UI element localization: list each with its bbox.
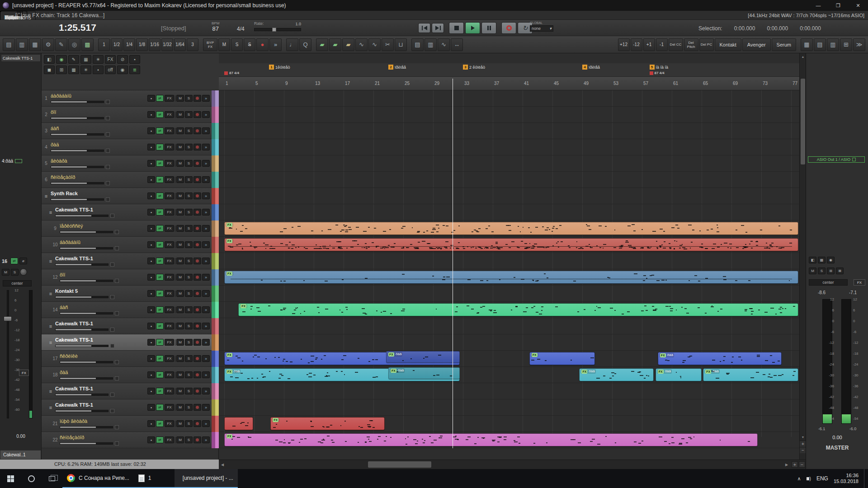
spectral-view-icon[interactable]: ▦ — [80, 55, 91, 64]
start-button[interactable] — [0, 469, 21, 488]
track-volume-slider[interactable] — [51, 133, 104, 136]
fx-button[interactable]: FX — [165, 306, 174, 313]
solo-button[interactable]: S — [185, 323, 193, 329]
solo-button[interactable]: S — [185, 258, 193, 264]
strip-mute-button[interactable]: M — [2, 269, 9, 276]
solo-button[interactable]: S — [185, 355, 193, 362]
monitor-button[interactable]: » — [202, 306, 210, 313]
env-button[interactable]: ● — [147, 436, 155, 443]
track-pan-knob[interactable] — [106, 149, 110, 153]
solo-button[interactable]: S — [185, 111, 193, 118]
io-button[interactable]: ⇄ — [156, 420, 164, 427]
visibility-icon[interactable]: ◉ — [56, 55, 67, 64]
track-volume-slider[interactable] — [55, 394, 108, 396]
master-output-route[interactable]: ASIO Out 1 / ASIO — [808, 156, 865, 163]
stop-button[interactable] — [449, 22, 464, 34]
monitor-button[interactable]: » — [202, 160, 210, 167]
track-pan-knob[interactable] — [115, 230, 119, 234]
fx-chip[interactable]: FX — [391, 369, 396, 373]
folder-grip-icon[interactable]: ≡ — [46, 389, 55, 394]
media-item-track10-1[interactable]: FX — [224, 238, 798, 251]
mute-button[interactable]: M — [176, 209, 184, 216]
taskbar-app-reaper[interactable]: [unsaved project] - ... — [175, 469, 238, 488]
edit-cursor[interactable] — [453, 79, 453, 448]
io-button[interactable]: ⇄ — [156, 176, 164, 183]
strip-solo-button[interactable]: S — [11, 269, 19, 276]
track-name[interactable]: áàñ — [60, 305, 146, 310]
pin-icon[interactable]: ▪ — [129, 55, 140, 64]
fx-button[interactable]: FX — [165, 176, 174, 183]
del-pitch-button[interactable]: Del Pitch — [684, 38, 698, 51]
horizontal-scrollbar-thumb[interactable] — [368, 461, 431, 468]
monitor-button[interactable]: » — [202, 290, 210, 297]
io-button[interactable]: ⇄ — [156, 258, 164, 264]
solo-button[interactable]: S — [185, 371, 193, 378]
track-row-4[interactable]: 4ðàä●⇄FXMS» — [42, 139, 219, 155]
monitor-button[interactable]: » — [202, 111, 210, 118]
media-item-track12-2[interactable]: FX — [224, 271, 798, 284]
track-row-6[interactable]: 6ñèíòåçàòîð●⇄FXMS» — [42, 172, 219, 188]
pencil-icon[interactable]: ✎ — [68, 55, 79, 64]
media-bay-icon[interactable]: ▩ — [81, 38, 94, 51]
media-item-track17-5[interactable]: FXðàä — [386, 351, 460, 363]
io-button[interactable]: ⇄ — [156, 241, 164, 248]
monitor-button[interactable]: » — [202, 323, 210, 329]
env-button[interactable]: ● — [147, 225, 155, 232]
monitor-button[interactable]: » — [202, 274, 210, 281]
io-button[interactable]: ⇄ — [156, 339, 164, 346]
razor-icon[interactable]: ✂ — [382, 38, 394, 51]
mute-button[interactable]: M — [218, 38, 230, 51]
solo-button[interactable]: S — [185, 274, 193, 281]
kontakt-button[interactable]: Kontakt — [715, 38, 741, 51]
track-row-1[interactable]: 1áàðàáàíû●⇄FXMS» — [42, 90, 219, 107]
folder-grip-icon[interactable]: ≡ — [46, 258, 55, 264]
track-volume-slider[interactable] — [60, 280, 113, 282]
track-row-10[interactable]: 10áàðàáàíû●⇄FXMS» — [42, 237, 219, 253]
arrange-horizontal-scrollbar[interactable]: ◀ ▶ + − — [219, 460, 806, 469]
fx-button[interactable]: FX — [165, 111, 174, 118]
track-row-8[interactable]: ≡Cakewalk TTS-1●⇄FXMS» — [42, 204, 219, 221]
docker-tab-cakewalk-tts1[interactable]: Cakewalk TTS-1 — [1, 54, 41, 62]
master-stereo-icon[interactable]: ⊠ — [836, 267, 844, 274]
track-row-14[interactable]: 14áàñ●⇄FXMS» — [42, 302, 219, 318]
taskbar-app-notepad[interactable]: 1 — [134, 469, 175, 488]
scroll-right-icon[interactable]: ▶ — [783, 460, 790, 469]
mute-button[interactable]: M — [176, 111, 184, 118]
quantize-icon[interactable]: Q — [299, 38, 311, 51]
record-arm-button[interactable] — [193, 144, 201, 150]
grid-1-2-button[interactable]: 1/2 — [111, 38, 123, 51]
track-pan-knob[interactable] — [115, 441, 119, 446]
env-button[interactable]: ● — [147, 209, 155, 216]
volume-icon[interactable]: ) — [807, 476, 811, 481]
env-button[interactable]: ● — [147, 111, 155, 118]
mute-button[interactable]: M — [176, 274, 184, 281]
track-pan-knob[interactable] — [115, 376, 119, 380]
mute-button[interactable]: M — [176, 388, 184, 394]
fx-chip[interactable]: FX — [241, 304, 246, 308]
io-button[interactable]: ⇄ — [156, 127, 164, 134]
fx-chip[interactable]: FX — [660, 353, 666, 357]
record-arm-button[interactable] — [193, 241, 201, 248]
zoom-out-button[interactable]: − — [799, 461, 805, 468]
off-toggle[interactable]: off — [105, 66, 116, 74]
mute-button[interactable]: M — [176, 290, 184, 297]
grid-1-8-button[interactable]: 1/8 — [136, 38, 148, 51]
fx-button[interactable]: FX — [165, 95, 174, 102]
env-button[interactable]: ● — [147, 420, 155, 427]
auto-crossfade-icon[interactable]: ▰ — [316, 38, 328, 51]
unsolo-button[interactable]: S — [244, 38, 255, 51]
track-volume-slider[interactable] — [60, 426, 113, 428]
mute-button[interactable]: M — [176, 127, 184, 134]
ripple-edit-icon[interactable]: ▰ — [342, 38, 354, 51]
monitor-button[interactable]: » — [202, 209, 210, 216]
io-button[interactable]: ⇄ — [156, 160, 164, 167]
solo-button[interactable]: S — [185, 209, 193, 216]
serum-button[interactable]: Serum — [772, 38, 796, 51]
track-volume-slider[interactable] — [60, 247, 113, 249]
compact-view-icon[interactable]: ◧ — [44, 55, 55, 64]
record-arm-button[interactable] — [193, 258, 201, 264]
solo-button[interactable]: S — [185, 241, 193, 248]
mute-button[interactable]: M — [176, 339, 184, 346]
docker-tab-cakewalk[interactable]: Cakewal..1 — [0, 450, 41, 460]
track-pan-knob[interactable] — [110, 295, 114, 299]
